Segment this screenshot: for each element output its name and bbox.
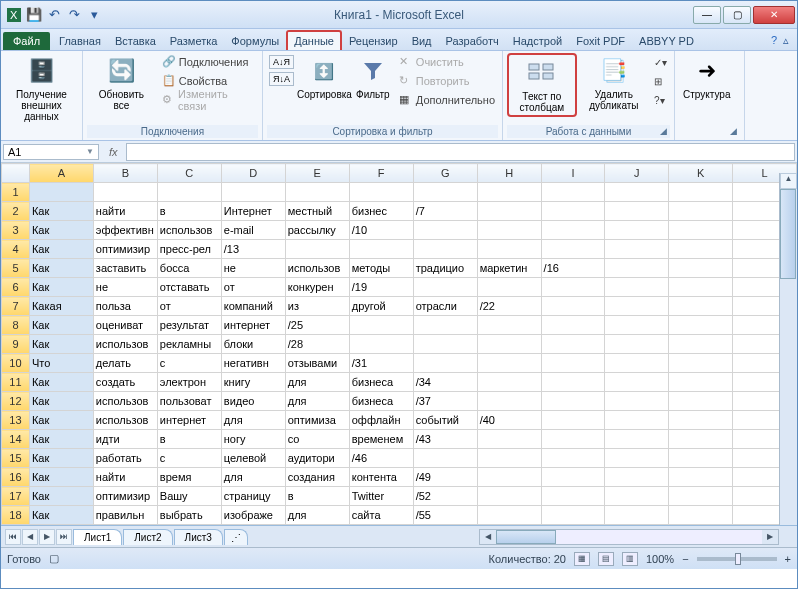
cell-B15[interactable]: работать [93, 449, 157, 468]
group-launcher-icon[interactable]: ◢ [660, 126, 672, 138]
cell-G5[interactable]: традицио [413, 259, 477, 278]
cell-A18[interactable]: Как [29, 506, 93, 525]
cell-A14[interactable]: Как [29, 430, 93, 449]
cell-A5[interactable]: Как [29, 259, 93, 278]
row-header-13[interactable]: 13 [2, 411, 30, 430]
cell-F12[interactable]: бизнеса [349, 392, 413, 411]
cell-K15[interactable] [669, 449, 733, 468]
cell-H13[interactable]: /40 [477, 411, 541, 430]
row-header-11[interactable]: 11 [2, 373, 30, 392]
col-header-A[interactable]: A [29, 164, 93, 183]
cell-K4[interactable] [669, 240, 733, 259]
cell-C11[interactable]: электрон [157, 373, 221, 392]
outline-button[interactable]: ➜ Структура [679, 53, 734, 102]
prev-sheet-icon[interactable]: ◀ [22, 529, 38, 545]
cell-G15[interactable] [413, 449, 477, 468]
macro-icon[interactable]: ▢ [49, 552, 59, 565]
advanced-button[interactable]: ▦Дополнительно [396, 91, 498, 109]
cell-C5[interactable]: босса [157, 259, 221, 278]
namebox-dropdown-icon[interactable]: ▼ [86, 147, 94, 156]
tab-file[interactable]: Файл [3, 32, 50, 50]
cell-D15[interactable]: целевой [221, 449, 285, 468]
cell-C7[interactable]: от [157, 297, 221, 316]
cell-D10[interactable]: негативн [221, 354, 285, 373]
zoom-slider[interactable] [697, 557, 777, 561]
cell-K1[interactable] [669, 183, 733, 202]
cell-I5[interactable]: /16 [541, 259, 605, 278]
cell-A16[interactable]: Как [29, 468, 93, 487]
vscroll-thumb[interactable] [780, 189, 796, 279]
row-header-2[interactable]: 2 [2, 202, 30, 221]
next-sheet-icon[interactable]: ▶ [39, 529, 55, 545]
cell-G8[interactable] [413, 316, 477, 335]
cell-F17[interactable]: Twitter [349, 487, 413, 506]
cell-F7[interactable]: другой [349, 297, 413, 316]
save-icon[interactable]: 💾 [25, 6, 43, 24]
cell-F3[interactable]: /10 [349, 221, 413, 240]
cell-B11[interactable]: создать [93, 373, 157, 392]
col-header-C[interactable]: C [157, 164, 221, 183]
cell-G3[interactable] [413, 221, 477, 240]
cell-I11[interactable] [541, 373, 605, 392]
cell-A8[interactable]: Как [29, 316, 93, 335]
cell-K18[interactable] [669, 506, 733, 525]
cell-H16[interactable] [477, 468, 541, 487]
scroll-up-icon[interactable]: ▲ [780, 173, 797, 189]
scroll-left-icon[interactable]: ◀ [480, 532, 496, 541]
cell-K10[interactable] [669, 354, 733, 373]
cell-J9[interactable] [605, 335, 669, 354]
cell-E9[interactable]: /28 [285, 335, 349, 354]
cell-D13[interactable]: для [221, 411, 285, 430]
cell-K13[interactable] [669, 411, 733, 430]
cell-K12[interactable] [669, 392, 733, 411]
cell-I3[interactable] [541, 221, 605, 240]
row-header-7[interactable]: 7 [2, 297, 30, 316]
cell-E13[interactable]: оптимиза [285, 411, 349, 430]
tab-addins[interactable]: Надстрой [506, 31, 569, 50]
cell-K3[interactable] [669, 221, 733, 240]
select-all-cell[interactable] [2, 164, 30, 183]
cell-G13[interactable]: событий [413, 411, 477, 430]
cell-F14[interactable]: временем [349, 430, 413, 449]
col-header-F[interactable]: F [349, 164, 413, 183]
cell-K17[interactable] [669, 487, 733, 506]
cell-D6[interactable]: от [221, 278, 285, 297]
cell-A9[interactable]: Как [29, 335, 93, 354]
tab-review[interactable]: Рецензир [342, 31, 405, 50]
cell-F15[interactable]: /46 [349, 449, 413, 468]
cell-F11[interactable]: бизнеса [349, 373, 413, 392]
row-header-4[interactable]: 4 [2, 240, 30, 259]
cell-D14[interactable]: ногу [221, 430, 285, 449]
cell-C15[interactable]: с [157, 449, 221, 468]
row-header-17[interactable]: 17 [2, 487, 30, 506]
cell-G6[interactable] [413, 278, 477, 297]
cell-G17[interactable]: /52 [413, 487, 477, 506]
cell-K8[interactable] [669, 316, 733, 335]
cell-E4[interactable] [285, 240, 349, 259]
cell-I13[interactable] [541, 411, 605, 430]
tab-developer[interactable]: Разработч [439, 31, 506, 50]
first-sheet-icon[interactable]: ⏮ [5, 529, 21, 545]
cell-D17[interactable]: страницу [221, 487, 285, 506]
tab-data[interactable]: Данные [286, 30, 342, 50]
cell-D2[interactable]: Интернет [221, 202, 285, 221]
clear-button[interactable]: ✕Очистить [396, 53, 498, 71]
cell-J14[interactable] [605, 430, 669, 449]
cell-F1[interactable] [349, 183, 413, 202]
cell-D9[interactable]: блоки [221, 335, 285, 354]
cell-K5[interactable] [669, 259, 733, 278]
formula-input[interactable] [126, 143, 795, 161]
cell-A11[interactable]: Как [29, 373, 93, 392]
cell-D12[interactable]: видео [221, 392, 285, 411]
last-sheet-icon[interactable]: ⏭ [56, 529, 72, 545]
cell-I2[interactable] [541, 202, 605, 221]
cell-C4[interactable]: пресс-рел [157, 240, 221, 259]
cell-A6[interactable]: Как [29, 278, 93, 297]
cell-B6[interactable]: не [93, 278, 157, 297]
cell-H10[interactable] [477, 354, 541, 373]
col-header-I[interactable]: I [541, 164, 605, 183]
cell-A1[interactable] [29, 183, 93, 202]
cell-H18[interactable] [477, 506, 541, 525]
cell-C3[interactable]: использов [157, 221, 221, 240]
cell-H5[interactable]: маркетин [477, 259, 541, 278]
